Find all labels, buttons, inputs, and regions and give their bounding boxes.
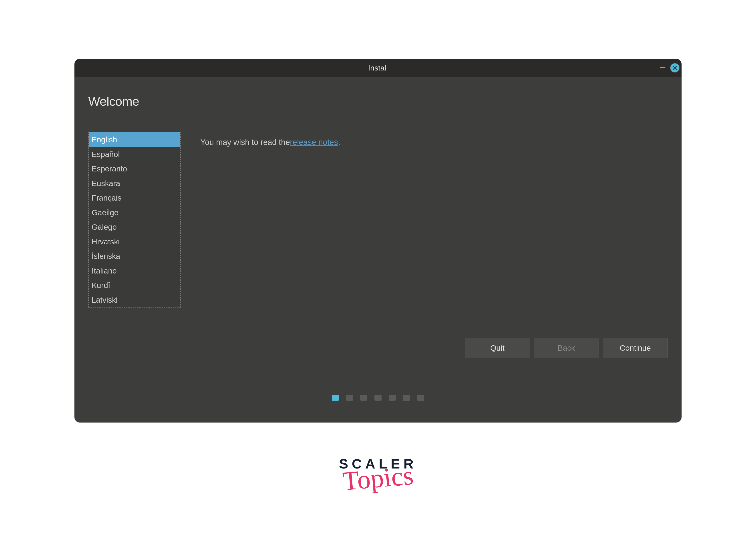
progress-dot (374, 395, 382, 401)
language-item[interactable]: Español (89, 147, 180, 162)
continue-button[interactable]: Continue (603, 338, 668, 358)
quit-button[interactable]: Quit (465, 338, 530, 358)
language-item[interactable]: English (89, 132, 180, 147)
close-icon (673, 66, 677, 70)
release-notes-suffix: . (338, 138, 340, 147)
progress-dot (389, 395, 396, 401)
language-item[interactable]: Hrvatski (89, 234, 180, 249)
progress-dots (332, 395, 424, 401)
titlebar: Install (75, 59, 681, 77)
minimize-icon[interactable] (660, 67, 666, 68)
progress-dot (360, 395, 367, 401)
brand-line2: Topics (338, 462, 418, 495)
language-item[interactable]: Français (89, 190, 180, 205)
language-item[interactable]: Esperanto (89, 162, 180, 176)
language-item[interactable]: Kurdî (89, 278, 180, 293)
progress-dot (403, 395, 410, 401)
release-notes-link[interactable]: release notes (290, 138, 338, 147)
language-item[interactable]: Latviski (89, 293, 180, 307)
language-list[interactable]: EnglishEspañolEsperantoEuskaraFrançaisGa… (88, 132, 181, 307)
progress-dot (417, 395, 424, 401)
language-item[interactable]: Íslenska (89, 249, 180, 263)
release-notes-prefix: You may wish to read the (200, 138, 290, 147)
window-controls (660, 63, 679, 72)
language-item[interactable]: Gaeilge (89, 205, 180, 220)
close-button[interactable] (670, 63, 679, 72)
language-item[interactable]: Italiano (89, 263, 180, 278)
release-notes-text: You may wish to read the release notes . (200, 132, 340, 147)
brand-logo: SCALER Topics (339, 456, 417, 492)
progress-dot (332, 395, 339, 401)
window-title: Install (368, 64, 388, 72)
language-item[interactable]: Galego (89, 220, 180, 234)
footer-buttons: Quit Back Continue (465, 338, 668, 358)
back-button: Back (534, 338, 599, 358)
installer-window: Install Welcome EnglishEspañolEsperantoE… (75, 59, 681, 422)
progress-dot (346, 395, 353, 401)
page-title: Welcome (88, 94, 668, 109)
language-item[interactable]: Euskara (89, 176, 180, 191)
